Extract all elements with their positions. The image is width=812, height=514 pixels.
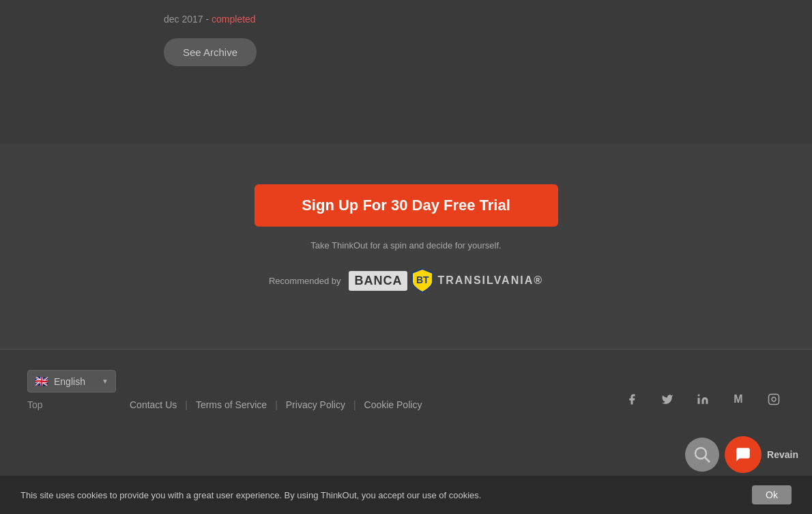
language-selector[interactable]: 🇬🇧 English ▼ xyxy=(27,370,116,392)
footer-link-contact[interactable]: Contact Us xyxy=(130,399,185,410)
cookie-banner: This site uses cookies to provide you wi… xyxy=(0,476,812,514)
recommended-by-label: Recommended by xyxy=(269,276,341,286)
footer-row: 🇬🇧 English ▼ Top Contact Us | Terms of S… xyxy=(27,370,785,410)
footer-left: 🇬🇧 English ▼ Top xyxy=(27,370,116,410)
lang-label: English xyxy=(54,376,85,387)
middle-section: Sign Up For 30 Day Free Trial Take Think… xyxy=(0,143,812,349)
banca-logo: BANCA BT TRANSILVANIA® xyxy=(349,267,543,294)
transilvania-name: TRANSILVANIA® xyxy=(437,274,543,287)
cookie-message: This site uses cookies to provide you wi… xyxy=(20,490,738,500)
signup-button[interactable]: Sign Up For 30 Day Free Trial xyxy=(255,184,558,227)
twitter-icon[interactable] xyxy=(656,388,678,410)
linkedin-icon[interactable] xyxy=(692,388,714,410)
chevron-down-icon: ▼ xyxy=(102,377,108,385)
revain-label: Revain xyxy=(767,449,798,460)
footer-section: 🇬🇧 English ▼ Top Contact Us | Terms of S… xyxy=(0,349,812,431)
revain-search-icon xyxy=(692,444,712,465)
svg-point-1 xyxy=(698,395,700,397)
date-completed: dec 2017 - completed xyxy=(164,14,785,25)
svg-line-5 xyxy=(705,457,710,462)
instagram-icon[interactable] xyxy=(763,388,785,410)
footer-links-container: Contact Us | Terms of Service | Privacy … xyxy=(116,390,621,410)
svg-text:BT: BT xyxy=(416,274,429,285)
tagline-text: Take ThinkOut for a spin and decide for … xyxy=(310,240,501,251)
svg-rect-2 xyxy=(769,395,779,405)
svg-point-4 xyxy=(695,448,706,459)
bt-shield-icon: BT xyxy=(410,267,435,294)
footer-links: Contact Us | Terms of Service | Privacy … xyxy=(130,399,621,410)
recommended-row: Recommended by BANCA BT TRANSILVANIA® xyxy=(269,267,543,294)
footer-link-terms[interactable]: Terms of Service xyxy=(188,399,275,410)
revain-logo-icon xyxy=(685,438,719,472)
see-archive-button[interactable]: See Archive xyxy=(164,38,257,66)
top-link[interactable]: Top xyxy=(27,399,116,410)
facebook-icon[interactable] xyxy=(621,388,643,410)
social-icons: M xyxy=(621,388,785,410)
date-text: dec 2017 - xyxy=(164,14,212,25)
top-section: dec 2017 - completed See Archive xyxy=(0,0,812,143)
flag-icon: 🇬🇧 xyxy=(35,375,48,388)
medium-icon[interactable]: M xyxy=(727,388,749,410)
banca-name: BANCA xyxy=(349,271,407,291)
revain-chat-button[interactable] xyxy=(725,436,762,473)
footer-link-cookie[interactable]: Cookie Policy xyxy=(356,399,431,410)
completed-badge: completed xyxy=(212,14,256,25)
revain-widget: Revain xyxy=(685,436,798,473)
cookie-ok-button[interactable]: Ok xyxy=(752,485,792,504)
footer-link-privacy[interactable]: Privacy Policy xyxy=(278,399,353,410)
